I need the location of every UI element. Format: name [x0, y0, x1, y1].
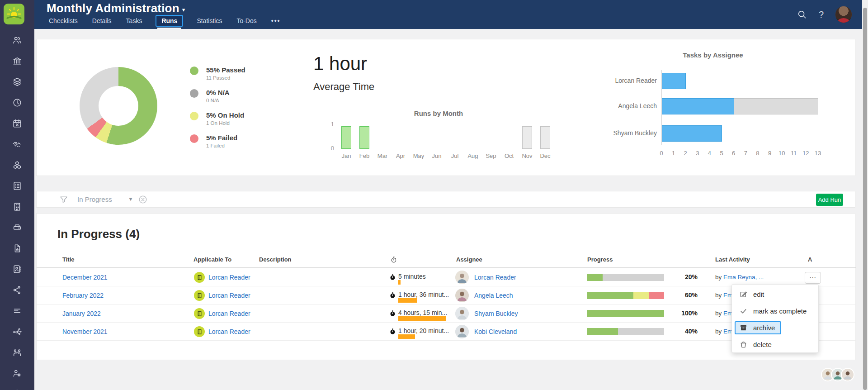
user-gear-icon	[12, 368, 22, 378]
run-title-link[interactable]: February 2022	[62, 292, 104, 299]
column-applicable-to[interactable]: Applicable To	[193, 256, 231, 263]
menu-item-delete[interactable]: delete	[732, 336, 818, 353]
legend-dot-na	[190, 89, 198, 98]
sidebar-item-company[interactable]	[0, 196, 34, 217]
user-avatar[interactable]	[835, 6, 852, 23]
assignee-link[interactable]: Kobi Cleveland	[474, 328, 517, 335]
column-actions[interactable]: A	[808, 256, 812, 263]
page-title[interactable]: Monthly Administration	[47, 1, 179, 15]
axis-tick-label: 11	[791, 150, 797, 157]
last-activity-link[interactable]: Ema Reyna, ...	[723, 274, 764, 281]
applicable-to-badge	[194, 326, 205, 337]
sidebar-item-team[interactable]	[0, 30, 34, 51]
stopwatch-icon	[389, 274, 396, 281]
menu-item-label: edit	[753, 290, 764, 298]
tab-details[interactable]: Details	[91, 15, 113, 26]
assignee-avatar	[455, 307, 469, 320]
axis-tick-label: 10	[778, 150, 785, 157]
tab-tasks[interactable]: Tasks	[125, 15, 143, 26]
legend-subtitle: 1 Failed	[206, 143, 245, 149]
sun-logo-icon	[4, 4, 24, 24]
tab-statistics[interactable]: Statistics	[196, 15, 223, 26]
sidebar-item-lists[interactable]	[0, 300, 34, 321]
sidebar-item-handshake[interactable]	[0, 134, 34, 155]
calendar-x-icon	[12, 119, 22, 128]
column-description[interactable]: Description	[259, 256, 292, 263]
filter-chevron-down-icon[interactable]: ▼	[128, 196, 133, 202]
sidebar-item-user-settings[interactable]	[0, 363, 34, 384]
scrollbar-thumb[interactable]	[863, 8, 867, 390]
duration-bar	[398, 316, 446, 321]
progress-segment	[649, 292, 664, 299]
sidebar-item-contacts[interactable]	[0, 259, 34, 280]
sidebar-nav	[0, 30, 34, 390]
month-label: Oct	[505, 152, 514, 159]
applicable-to-link[interactable]: Lorcan Reader	[208, 274, 250, 281]
tab-checklists[interactable]: Checklists	[48, 15, 79, 26]
app-logo[interactable]	[4, 4, 24, 24]
duration-bar	[398, 298, 417, 303]
building-icon	[12, 202, 22, 212]
tabs-overflow-button[interactable]: •••	[270, 15, 282, 26]
applicable-to-link[interactable]: Lorcan Reader	[208, 328, 250, 335]
assignee-avatar	[455, 271, 469, 284]
menu-item-mark-as-complete[interactable]: mark as complete	[732, 303, 818, 319]
table-row[interactable]: December 2021 Lorcan Reader 5 minutes Lo…	[37, 268, 856, 286]
menu-item-archive[interactable]: archive	[732, 319, 818, 336]
assignee-link[interactable]: Lorcan Reader	[474, 274, 516, 281]
menu-item-edit[interactable]: edit	[732, 286, 818, 303]
vertical-scrollbar[interactable]	[862, 0, 868, 390]
sidebar-item-report[interactable]	[0, 238, 34, 259]
run-title-link[interactable]: January 2022	[62, 310, 101, 317]
sidebar-item-integrations[interactable]	[0, 321, 34, 342]
assignee-label: Angela Leech	[552, 102, 657, 109]
sidebar-item-calendar[interactable]	[0, 113, 34, 134]
sidebar-item-time[interactable]	[0, 92, 34, 113]
title-chevron-down-icon[interactable]: ▾	[182, 6, 185, 13]
sidebar-item-checklist[interactable]	[0, 176, 34, 196]
sidebar-item-share[interactable]	[0, 280, 34, 300]
average-time-value: 1 hour	[313, 53, 374, 75]
sidebar-item-collaboration[interactable]	[0, 342, 34, 363]
add-run-button[interactable]: Add Run	[816, 194, 843, 206]
run-title-link[interactable]: November 2021	[62, 328, 108, 335]
sidebar-item-hardware[interactable]	[0, 217, 34, 238]
help-icon[interactable]: ?	[819, 10, 824, 20]
month-label: Jul	[451, 152, 459, 159]
stopwatch-icon	[390, 256, 397, 263]
filter-value[interactable]: In Progress	[77, 195, 112, 203]
tab-todos[interactable]: To-Dos	[236, 15, 257, 26]
applicable-to-link[interactable]: Lorcan Reader	[208, 310, 250, 317]
axis-tick-label: 3	[696, 150, 699, 157]
month-label: Mar	[377, 152, 387, 159]
filter-funnel-icon[interactable]	[59, 195, 68, 204]
task-bar	[662, 73, 686, 89]
progress-segment	[587, 274, 603, 281]
column-title[interactable]: Title	[62, 256, 75, 263]
assignee-link[interactable]: Angela Leech	[474, 292, 513, 299]
tasks-bar-row: Lorcan Reader	[37, 73, 832, 89]
progress-label: 20%	[669, 273, 698, 281]
clear-filter-icon[interactable]	[138, 195, 148, 205]
user-avatar[interactable]	[841, 368, 854, 381]
run-title-link[interactable]: December 2021	[62, 274, 108, 281]
column-progress[interactable]: Progress	[587, 256, 613, 263]
sidebar-item-assets[interactable]	[0, 155, 34, 176]
column-assignee[interactable]: Assignee	[456, 256, 482, 263]
file-chart-icon	[12, 243, 22, 253]
assignee-avatar	[455, 325, 469, 338]
row-actions-button[interactable]: ⋯	[805, 272, 821, 284]
sidebar-item-organization[interactable]	[0, 51, 34, 71]
column-last-activity[interactable]: Last Activity	[715, 256, 750, 263]
sidebar-item-more[interactable]	[0, 384, 34, 390]
applicable-to-link[interactable]: Lorcan Reader	[208, 292, 250, 299]
sidebar-item-layers[interactable]	[0, 71, 34, 92]
month-label: Jan	[342, 152, 351, 159]
tab-runs[interactable]: Runs	[156, 15, 183, 27]
applicable-to-badge	[194, 308, 205, 319]
progress-bar	[587, 292, 664, 299]
search-icon[interactable]	[797, 10, 807, 19]
assignee-link[interactable]: Shyam Buckley	[474, 310, 518, 317]
building-icon	[197, 293, 203, 299]
column-duration[interactable]	[390, 256, 397, 263]
